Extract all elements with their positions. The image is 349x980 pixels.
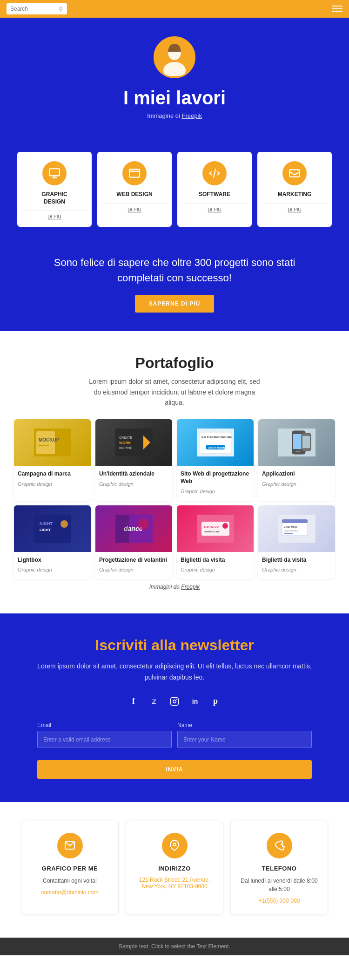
newsletter-submit-button[interactable]: INVIA [37, 760, 312, 779]
portfolio-item-8-title: Biglietti da visita [262, 557, 331, 564]
contact-address-title: INDIRIZZO [133, 865, 216, 872]
newsletter-form: Email Name [37, 722, 312, 748]
portfolio-img-3: Get Free SEO Analysis Get in Touch [177, 419, 254, 466]
contact-card-phone: TELEFONO Dal lunedì al venerdì dalle 8:0… [230, 821, 328, 914]
portfolio-img-7: SHARE GO business card [177, 505, 254, 552]
portfolio-item-1-title: Campagna di marca [18, 470, 87, 478]
svg-point-6 [132, 170, 133, 171]
portfolio-item-2-title: Un'identità aziendale [99, 470, 168, 478]
portfolio-item-5[interactable]: NIGHT LIGHT Lightbox Graphic design [14, 505, 91, 579]
portfolio-title: Portafoglio [14, 354, 335, 372]
portfolio-item-4-title: Applicazioni [262, 470, 331, 478]
portfolio-img-5: NIGHT LIGHT [14, 505, 91, 552]
contact-phone-title: TELEFONO [238, 865, 321, 872]
svg-text:CREATE: CREATE [119, 436, 133, 439]
service-cta-marketing[interactable]: DI PIÙ [262, 203, 327, 212]
svg-text:MOCKUP: MOCKUP [39, 437, 60, 442]
svg-point-49 [173, 700, 176, 703]
svg-point-5 [131, 170, 132, 171]
pinterest-icon[interactable]: p [209, 695, 222, 708]
search-box[interactable]: ⚲ [7, 3, 67, 14]
service-card-web: WEB DESIGN DI PIÙ [97, 152, 172, 227]
name-label: Name [177, 722, 312, 728]
contact-phone-link[interactable]: +1(555) 000-000 [258, 898, 300, 904]
svg-text:Get Free SEO Analysis: Get Free SEO Analysis [201, 436, 232, 438]
web-icon [122, 161, 147, 185]
graphic-icon [42, 161, 67, 185]
svg-rect-28 [302, 436, 310, 448]
stats-cta-button[interactable]: SAPERNE DI PIÙ [135, 295, 215, 313]
portfolio-item-2-cat: Graphic design [99, 481, 134, 487]
marketing-icon [282, 161, 307, 185]
facebook-icon[interactable]: f [127, 695, 140, 708]
stats-text: Sono felice di sapere che oltre 300 prog… [37, 255, 312, 286]
name-field[interactable] [177, 731, 312, 748]
contact-email-link[interactable]: contatto@dominio.com [41, 889, 99, 896]
svg-text:Grace Miller: Grace Miller [284, 525, 297, 528]
service-card-software: SOFTWARE DI PIÙ [177, 152, 252, 227]
portfolio-img-8: Grace Miller Graphic Designer [258, 505, 335, 552]
portfolio-item-1[interactable]: MOCKUP Campagna di marca Graphic design [14, 419, 91, 500]
newsletter-title: Iscriviti alla newsletter [37, 637, 312, 654]
portfolio-img-2: CREATE WORK INSPIRE [95, 419, 172, 466]
portfolio-item-4[interactable]: Applicazioni Graphic design [258, 419, 335, 500]
service-label-marketing: MARKETING [262, 191, 327, 198]
contact-address-link1[interactable]: 121 Rock Street, 21 Avenue, [133, 877, 216, 883]
linkedin-icon[interactable]: in [188, 695, 201, 708]
service-card-graphic: GRAPHICDESIGN DI PIÙ [17, 152, 92, 227]
hero-section: I miei lavori Immagine di Freepik [0, 18, 349, 143]
svg-point-50 [176, 699, 177, 700]
email-field[interactable] [37, 731, 172, 748]
address-contact-icon [162, 833, 188, 858]
service-cta-graphic[interactable]: DI PIÙ [22, 210, 87, 219]
portfolio-subtitle: Lorem ipsum dolor sit amet, consectetur … [86, 376, 263, 408]
service-cta-software[interactable]: DI PIÙ [182, 203, 247, 212]
service-label-graphic: GRAPHICDESIGN [22, 191, 87, 205]
freepik-link[interactable]: Freepik [182, 112, 202, 119]
portfolio-item-4-cat: Graphic design [262, 481, 296, 487]
newsletter-section: Iscriviti alla newsletter Lorem ipsum do… [0, 613, 349, 802]
portfolio-grid: MOCKUP Campagna di marca Graphic design … [14, 419, 335, 579]
newsletter-text: Lorem ipsum dolor sit amet, consectetur … [37, 661, 312, 683]
instagram-icon[interactable] [168, 695, 181, 708]
svg-point-52 [173, 843, 176, 846]
name-form-group: Name [177, 722, 312, 748]
contact-card-email: GRAFICO PER ME Contattami ogni volta! co… [21, 821, 119, 914]
header: ⚲ [0, 0, 349, 18]
portfolio-img-1: MOCKUP [14, 419, 91, 466]
svg-point-35 [138, 518, 149, 530]
portfolio-item-6[interactable]: dance Progettazione di volantini Graphic… [95, 505, 172, 579]
hamburger-menu[interactable] [332, 6, 342, 12]
portfolio-freepik-link[interactable]: Freepik [181, 584, 200, 590]
portfolio-item-3-title: Sito Web di progettazione Web [181, 470, 250, 485]
contact-card-address: INDIRIZZO 121 Rock Street, 21 Avenue, Ne… [126, 821, 223, 914]
contact-address-link2[interactable]: New York, NY 92103-9000 [133, 883, 216, 890]
portfolio-section: Portafoglio Lorem ipsum dolor sit amet, … [0, 331, 349, 613]
service-card-marketing: MARKETING DI PIÙ [257, 152, 332, 227]
hero-subtitle: Immagine di Freepik [9, 112, 340, 119]
email-form-group: Email [37, 722, 172, 748]
search-input[interactable] [10, 6, 59, 12]
footer-text: Sample text. Click to select the Text El… [119, 943, 230, 950]
svg-line-7 [214, 169, 215, 177]
twitter-icon[interactable]: 𝕫 [148, 695, 161, 708]
svg-rect-10 [36, 431, 55, 454]
contact-email-text: Contattami ogni volta! [28, 877, 111, 885]
portfolio-item-7[interactable]: SHARE GO business card Biglietti da visi… [177, 505, 254, 579]
portfolio-item-5-title: Lightbox [18, 557, 87, 564]
svg-rect-44 [282, 519, 308, 523]
svg-rect-41 [222, 523, 228, 529]
avatar [154, 36, 195, 78]
portfolio-item-2[interactable]: CREATE WORK INSPIRE Un'identità aziendal… [95, 419, 172, 500]
svg-rect-47 [284, 533, 293, 534]
svg-text:LIGHT: LIGHT [40, 528, 51, 532]
contact-phone-text: Dal lunedì al venerdì dalle 8:00 alle 5:… [238, 877, 321, 893]
email-contact-icon [57, 833, 83, 858]
stats-section: Sono felice di sapere che oltre 300 prog… [0, 241, 349, 331]
portfolio-item-6-cat: Graphic design [99, 567, 134, 572]
portfolio-item-3[interactable]: Get Free SEO Analysis Get in Touch Sito … [177, 419, 254, 500]
portfolio-img-6: dance [95, 505, 172, 552]
service-cta-web[interactable]: DI PIÙ [102, 203, 167, 212]
portfolio-item-8[interactable]: Grace Miller Graphic Designer Biglietti … [258, 505, 335, 579]
svg-text:WORK: WORK [119, 441, 131, 445]
